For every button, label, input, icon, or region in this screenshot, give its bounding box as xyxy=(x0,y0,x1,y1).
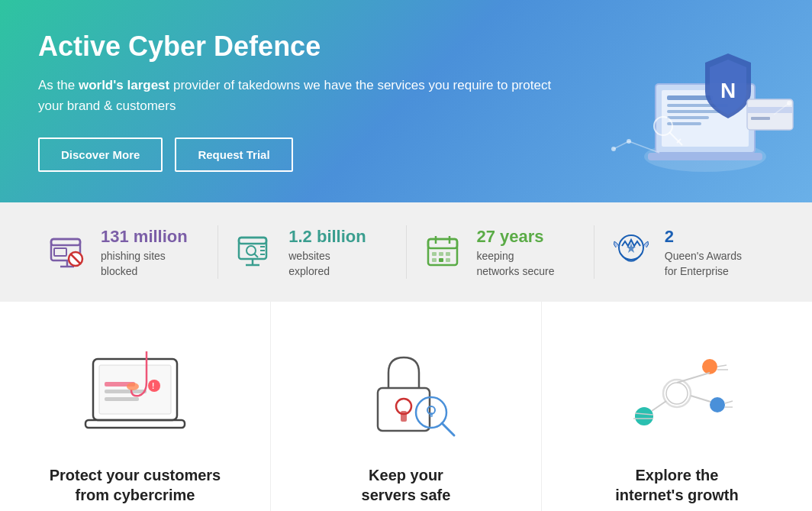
svg-line-36 xyxy=(254,254,258,258)
svg-line-76 xyxy=(691,396,710,402)
stat-desc-phishing: phishing sitesblocked xyxy=(101,249,188,279)
svg-rect-68 xyxy=(430,412,433,417)
svg-rect-45 xyxy=(439,252,443,256)
svg-rect-54 xyxy=(85,420,185,428)
card-internet: Explore theinternet's growth xyxy=(542,302,812,511)
stat-item-awards: 2 Queen's Awardsfor Enterprise xyxy=(594,225,781,279)
svg-text:!: ! xyxy=(152,382,154,390)
lock-icon xyxy=(349,340,463,447)
hero-section: Active Cyber Defence As the world's larg… xyxy=(0,0,812,202)
hero-buttons: Discover More Request Trial xyxy=(38,137,572,172)
stat-text-phishing: 131 million phishing sitesblocked xyxy=(101,225,188,279)
stat-text-years: 27 years keepingnetworks secure xyxy=(477,225,555,279)
stat-desc-awards: Queen's Awardsfor Enterprise xyxy=(665,249,742,279)
svg-rect-48 xyxy=(439,258,443,262)
stats-section: 131 million phishing sitesblocked 1.2 bi… xyxy=(0,202,812,302)
svg-rect-8 xyxy=(648,153,762,160)
svg-point-59 xyxy=(127,383,139,390)
stat-desc-years: keepingnetworks secure xyxy=(477,249,555,279)
svg-rect-6 xyxy=(667,116,709,119)
svg-line-81 xyxy=(725,401,733,403)
svg-point-16 xyxy=(611,147,616,151)
svg-line-66 xyxy=(442,423,454,435)
svg-rect-49 xyxy=(446,258,450,262)
stat-number-awards: 2 xyxy=(665,225,742,249)
card-cybercrime: ! Protect your customersfrom cybercrime xyxy=(0,302,271,511)
block-icon xyxy=(46,231,89,273)
svg-line-74 xyxy=(677,373,710,383)
svg-point-18 xyxy=(787,101,791,105)
discover-more-button[interactable]: Discover More xyxy=(38,137,163,172)
phishing-icon: ! xyxy=(78,340,192,447)
svg-rect-56 xyxy=(105,390,147,393)
svg-rect-47 xyxy=(432,258,437,262)
svg-line-15 xyxy=(614,141,629,149)
svg-rect-5 xyxy=(667,110,720,113)
award-icon xyxy=(610,231,652,273)
svg-rect-10 xyxy=(747,99,793,130)
svg-rect-23 xyxy=(51,239,80,245)
svg-rect-24 xyxy=(54,248,66,256)
svg-rect-31 xyxy=(239,238,266,259)
card-cybercrime-title: Protect your customersfrom cybercrime xyxy=(50,465,221,505)
svg-rect-41 xyxy=(428,239,457,248)
svg-rect-12 xyxy=(751,117,770,120)
svg-rect-32 xyxy=(239,238,266,244)
svg-point-73 xyxy=(710,397,725,412)
svg-point-72 xyxy=(635,407,653,425)
hero-title: Active Cyber Defence xyxy=(38,31,572,63)
card-internet-title: Explore theinternet's growth xyxy=(615,465,738,505)
stat-text-awards: 2 Queen's Awardsfor Enterprise xyxy=(665,225,742,279)
stat-item-websites: 1.2 billion websitesexplored xyxy=(218,225,406,279)
hero-content: Active Cyber Defence As the world's larg… xyxy=(38,31,572,172)
hero-description: As the world's largest provider of taked… xyxy=(38,75,572,116)
hero-illustration: N xyxy=(553,8,797,191)
stat-number-phishing: 131 million xyxy=(101,225,188,249)
calendar-icon xyxy=(422,231,465,273)
svg-rect-44 xyxy=(432,252,437,256)
search-monitor-icon xyxy=(234,231,276,273)
svg-line-77 xyxy=(717,365,727,367)
svg-point-70 xyxy=(666,383,688,404)
stat-number-websites: 1.2 billion xyxy=(288,225,366,249)
svg-rect-57 xyxy=(105,397,139,401)
svg-point-71 xyxy=(702,359,717,374)
stat-desc-websites: websitesexplored xyxy=(288,249,366,279)
stat-item-phishing: 131 million phishing sitesblocked xyxy=(31,225,218,279)
svg-rect-46 xyxy=(446,252,450,256)
stat-item-years: 27 years keepingnetworks secure xyxy=(407,225,594,279)
cards-section: ! Protect your customersfrom cybercrime xyxy=(0,302,812,511)
stat-number-years: 27 years xyxy=(477,225,555,249)
svg-text:N: N xyxy=(720,79,736,102)
svg-rect-11 xyxy=(747,107,793,113)
card-servers: Keep yourservers safe xyxy=(271,302,542,511)
network-icon xyxy=(620,340,734,447)
stat-text-websites: 1.2 billion websitesexplored xyxy=(288,225,366,279)
card-servers-title: Keep yourservers safe xyxy=(362,465,451,505)
svg-rect-64 xyxy=(401,411,407,422)
svg-line-75 xyxy=(652,401,666,411)
request-trial-button[interactable]: Request Trial xyxy=(175,137,292,172)
